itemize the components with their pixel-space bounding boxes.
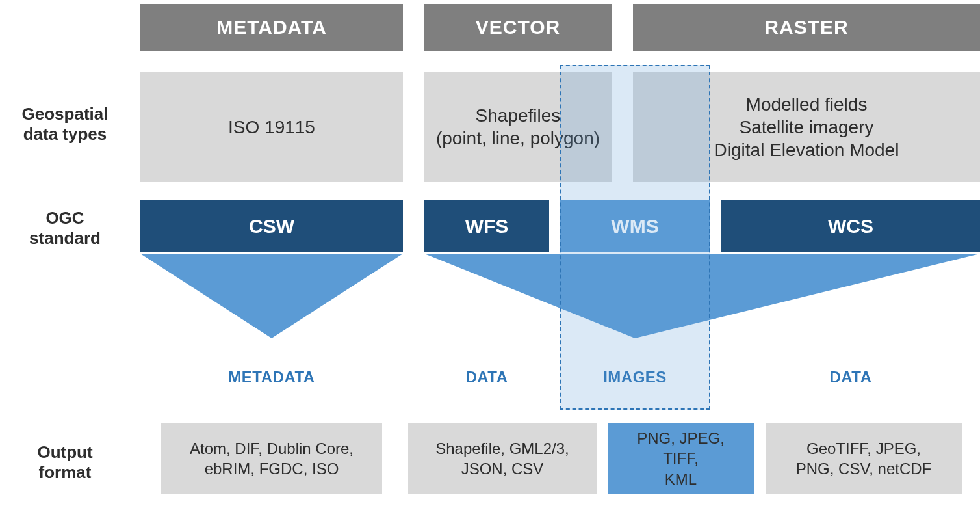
datatype-raster: Modelled fieldsSatellite imageryDigital … [633, 72, 980, 182]
header-vector: VECTOR [424, 4, 612, 51]
outkind-metadata: METADATA [140, 364, 403, 390]
row-label-ogc: OGCstandard [0, 208, 130, 248]
header-metadata: METADATA [140, 4, 403, 51]
formats-metadata: Atom, DIF, Dublin Core,ebRIM, FGDC, ISO [161, 423, 382, 494]
row-label-datatypes: Geospatialdata types [0, 104, 130, 144]
row-label-output: Outputformat [0, 442, 130, 483]
ogc-wcs: WCS [721, 200, 980, 252]
outkind-wfs: DATA [424, 364, 549, 390]
outkind-wcs: DATA [721, 364, 980, 390]
arrow-vector-raster [424, 254, 980, 338]
arrow-csw [140, 254, 403, 338]
ogc-wfs: WFS [424, 200, 549, 252]
ogc-wms: WMS [560, 200, 710, 252]
ogc-csw: CSW [140, 200, 403, 252]
formats-wcs: GeoTIFF, JPEG,PNG, CSV, netCDF [766, 423, 962, 494]
formats-wfs: Shapefile, GML2/3,JSON, CSV [408, 423, 597, 494]
datatype-vector: Shapefiles(point, line, polygon) [424, 72, 612, 182]
formats-wms: PNG, JPEG, TIFF,KML [608, 423, 754, 494]
header-raster: RASTER [633, 4, 980, 51]
datatype-metadata: ISO 19115 [140, 72, 403, 182]
outkind-wms: IMAGES [560, 364, 710, 390]
